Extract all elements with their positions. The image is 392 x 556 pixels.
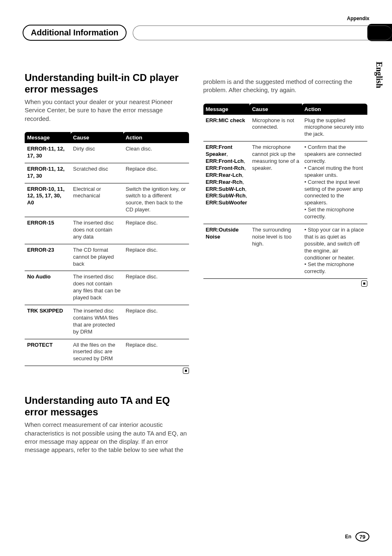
table-row: ERROR-23The CD format cannot be played b…	[25, 244, 189, 271]
cell-action: Replace disc.	[123, 217, 189, 244]
section1-intro: When you contact your dealer or your nea…	[25, 98, 189, 123]
taeq-error-table: Message Cause Action ERR:MIC checkMicrop…	[203, 104, 368, 279]
cell-action: Replace disc.	[123, 339, 189, 366]
col-header-cause: Cause	[71, 132, 123, 143]
cell-message: ERROR-15	[25, 217, 71, 244]
cell-cause: The inserted disc does not contain any d…	[71, 217, 123, 244]
table-row: ERR:MIC checkMicrophone is not connected…	[203, 115, 368, 141]
cell-action: • Confirm that the speakers are connecte…	[302, 141, 367, 224]
cell-cause: The CD format cannot be played back	[71, 244, 123, 271]
section2-intro-part1: When correct measurement of car interior…	[25, 421, 189, 454]
table-row: ERROR-11, 12, 17, 30Scratched discReplac…	[25, 163, 189, 183]
page-number: 79	[355, 532, 369, 542]
section1-heading: Understanding built-in CD player error m…	[25, 72, 189, 95]
title-decor	[133, 25, 392, 40]
cell-message: ERR:Outside Noise	[203, 224, 250, 278]
cell-message: ERROR-11, 12, 17, 30	[25, 163, 71, 183]
cell-message: PROTECT	[25, 339, 71, 366]
right-column: problem is and the suggested method of c…	[203, 72, 368, 463]
section-end-icon	[25, 368, 189, 375]
section2-intro-part2: problem is and the suggested method of c…	[203, 78, 368, 95]
col-header-message: Message	[203, 104, 250, 115]
cell-action: Clean disc.	[123, 143, 189, 163]
cell-action: Replace disc.	[123, 271, 189, 305]
col-header-action: Action	[302, 104, 367, 115]
cell-action: Replace disc.	[123, 163, 189, 183]
table-row: ERROR-11, 12, 17, 30Dirty discClean disc…	[25, 143, 189, 163]
cd-error-table: Message Cause Action ERROR-11, 12, 17, 3…	[25, 132, 189, 366]
footer-lang: En	[345, 534, 351, 540]
cell-message: TRK SKIPPED	[25, 305, 71, 339]
cell-message: ERROR-10, 11, 12, 15, 17, 30, A0	[25, 183, 71, 217]
cell-cause: The inserted disc contains WMA files tha…	[71, 305, 123, 339]
page-title-pill: Additional Information	[23, 25, 127, 41]
table-row: ERR:Outside NoiseThe surrounding noise l…	[203, 224, 368, 278]
cell-action: Replace disc.	[123, 244, 189, 271]
section-end-icon	[203, 280, 368, 288]
cell-action: Plug the supplied microphone securely in…	[302, 115, 367, 141]
table-row: ERROR-15The inserted disc does not conta…	[25, 217, 189, 244]
cell-cause: Scratched disc	[71, 163, 123, 183]
cell-message: ERROR-11, 12, 17, 30	[25, 143, 71, 163]
cell-message: ERR:Front Speaker, ERR:Front-Lch, ERR:Fr…	[203, 141, 250, 224]
cell-cause: Electrical or mechanical	[71, 183, 123, 217]
cell-message: No Audio	[25, 271, 71, 305]
cell-cause: The microphone cannot pick up the measur…	[249, 141, 302, 224]
appendix-label: Appendix	[347, 16, 369, 21]
cell-action: Switch the ignition key, or switch to a …	[123, 183, 189, 217]
cell-cause: Dirty disc	[71, 143, 123, 163]
table-row: TRK SKIPPEDThe inserted disc contains WM…	[25, 305, 189, 339]
col-header-action: Action	[123, 132, 189, 143]
section2-heading: Understanding auto TA and EQ error messa…	[25, 395, 189, 417]
cell-cause: Microphone is not connected.	[249, 115, 302, 141]
cell-action: • Stop your car in a place that is as qu…	[302, 224, 367, 278]
table-row: ERR:Front Speaker, ERR:Front-Lch, ERR:Fr…	[203, 141, 368, 224]
cell-cause: The inserted disc does not contain any f…	[71, 271, 123, 305]
table-row: PROTECTAll the files on the inserted dis…	[25, 339, 189, 366]
table-row: No AudioThe inserted disc does not conta…	[25, 271, 189, 305]
col-header-message: Message	[25, 132, 71, 143]
page-footer: En 79	[345, 532, 369, 542]
cell-cause: All the files on the inserted disc are s…	[71, 339, 123, 366]
cell-message: ERROR-23	[25, 244, 71, 271]
cell-action: Replace disc.	[123, 305, 189, 339]
title-bar: Additional Information	[23, 25, 369, 41]
table-row: ERROR-10, 11, 12, 15, 17, 30, A0Electric…	[25, 183, 189, 217]
language-tab: English	[374, 62, 384, 88]
col-header-cause: Cause	[249, 104, 302, 115]
cell-message: ERR:MIC check	[203, 115, 250, 141]
left-column: Understanding built-in CD player error m…	[25, 72, 189, 463]
cell-cause: The surrounding noise level is too high.	[249, 224, 302, 278]
